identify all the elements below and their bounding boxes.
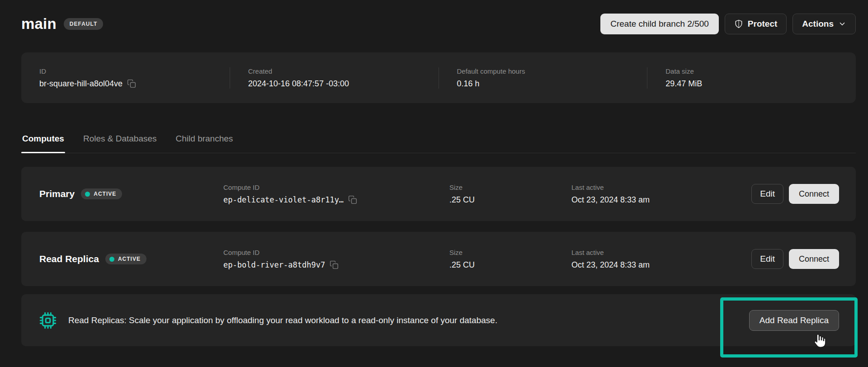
- status-badge: ACTIVE: [81, 188, 122, 199]
- field-label: ID: [39, 67, 230, 75]
- info-field-created: Created 2024-10-16 08:47:57 -03:00: [230, 67, 439, 89]
- size-value: .25 CU: [449, 260, 571, 270]
- computes-list: Primary ACTIVE Compute ID ep-delicate-vi…: [21, 167, 856, 346]
- size-field: Size .25 CU: [449, 184, 571, 205]
- compute-id-value: ep-delicate-violet-a8r11y…: [223, 195, 344, 204]
- field-label: Data size: [665, 67, 856, 75]
- branch-info-card: ID br-square-hill-a8ol04ve Created 2024-…: [21, 52, 856, 103]
- copy-icon[interactable]: [330, 260, 339, 269]
- status-label: ACTIVE: [94, 191, 116, 197]
- protect-button-label: Protect: [748, 19, 777, 29]
- compute-row-read-replica: Read Replica ACTIVE Compute ID ep-bold-r…: [21, 232, 856, 286]
- create-child-branch-button[interactable]: Create child branch 2/500: [600, 14, 719, 34]
- edit-button[interactable]: Edit: [751, 249, 783, 269]
- info-field-data-size: Data size 29.47 MiB: [647, 67, 856, 89]
- page-title: main: [21, 15, 57, 33]
- compute-id-field: Compute ID ep-bold-river-a8tdh9v7: [223, 249, 449, 269]
- size-field: Size .25 CU: [449, 249, 571, 270]
- status-badge: ACTIVE: [105, 254, 146, 264]
- edit-button[interactable]: Edit: [751, 184, 783, 204]
- header: main DEFAULT Create child branch 2/500 P…: [0, 0, 868, 34]
- info-field-id: ID br-square-hill-a8ol04ve: [21, 67, 230, 89]
- tab-child-branches[interactable]: Child branches: [175, 132, 234, 153]
- tab-roles-databases[interactable]: Roles & Databases: [82, 132, 158, 153]
- title-group: main DEFAULT: [21, 15, 103, 33]
- field-label: Size: [449, 249, 571, 256]
- actions-button[interactable]: Actions: [793, 14, 856, 34]
- copy-icon[interactable]: [348, 195, 357, 204]
- branch-tabs: Computes Roles & Databases Child branche…: [21, 132, 856, 153]
- cpu-icon: [39, 312, 57, 329]
- tab-computes[interactable]: Computes: [21, 132, 65, 153]
- data-size-value: 29.47 MiB: [665, 79, 856, 89]
- last-active-value: Oct 23, 2024 8:33 am: [571, 260, 751, 270]
- add-read-replica-button[interactable]: Add Read Replica: [749, 310, 839, 331]
- copy-icon[interactable]: [127, 79, 136, 88]
- shield-icon: [734, 19, 743, 28]
- protect-button[interactable]: Protect: [725, 14, 787, 34]
- size-value: .25 CU: [449, 195, 571, 205]
- last-active-field: Last active Oct 23, 2024 8:33 am: [571, 249, 751, 270]
- compute-row-primary: Primary ACTIVE Compute ID ep-delicate-vi…: [21, 167, 856, 221]
- last-active-field: Last active Oct 23, 2024 8:33 am: [571, 184, 751, 205]
- compute-id-value: ep-bold-river-a8tdh9v7: [223, 260, 325, 269]
- header-actions: Create child branch 2/500 Protect Action…: [600, 14, 856, 34]
- field-label: Compute ID: [223, 184, 449, 191]
- connect-button[interactable]: Connect: [789, 184, 839, 204]
- last-active-value: Oct 23, 2024 8:33 am: [571, 195, 751, 205]
- connect-button[interactable]: Connect: [789, 249, 839, 269]
- default-badge: DEFAULT: [64, 18, 103, 30]
- compute-name: Primary: [39, 188, 75, 199]
- field-label: Last active: [571, 249, 751, 256]
- created-value: 2024-10-16 08:47:57 -03:00: [248, 79, 439, 89]
- status-label: ACTIVE: [118, 256, 141, 262]
- active-dot-icon: [85, 192, 90, 197]
- read-replica-banner: Read Replicas: Scale your application by…: [21, 294, 856, 346]
- field-label: Size: [449, 184, 571, 191]
- branch-detail-page: main DEFAULT Create child branch 2/500 P…: [0, 0, 868, 367]
- field-label: Created: [248, 67, 439, 75]
- field-label: Default compute hours: [457, 67, 647, 75]
- field-label: Compute ID: [223, 249, 449, 256]
- field-label: Last active: [571, 184, 751, 191]
- compute-name: Read Replica: [39, 254, 99, 264]
- chevron-down-icon: [838, 20, 846, 28]
- info-field-compute-hours: Default compute hours 0.16 h: [439, 67, 647, 89]
- actions-button-label: Actions: [802, 19, 834, 29]
- banner-message: Read Replicas: Scale your application by…: [68, 315, 497, 325]
- compute-hours-value: 0.16 h: [457, 79, 647, 89]
- active-dot-icon: [109, 257, 114, 262]
- branch-id-value: br-square-hill-a8ol04ve: [39, 79, 123, 89]
- compute-id-field: Compute ID ep-delicate-violet-a8r11y…: [223, 184, 449, 204]
